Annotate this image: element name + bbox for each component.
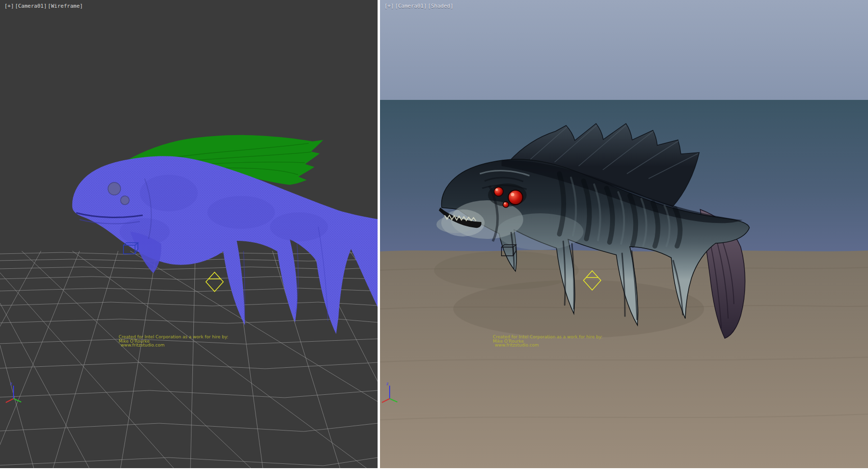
axis-z-label: z: [386, 381, 389, 386]
svg-text:www.fritzstudio.com: www.fritzstudio.com: [495, 343, 539, 347]
viewport-general-menu[interactable]: [+]: [384, 3, 394, 9]
eye-small: [503, 202, 509, 208]
svg-text:www.fritzstudio.com: www.fritzstudio.com: [121, 343, 164, 347]
viewport-label-wireframe: [+][Camera01][Wireframe]: [4, 3, 84, 9]
viewport-label-shaded: [+][Camera01][Shaded]: [384, 3, 454, 9]
app-window: Created for Intel Corporation as a work …: [0, 0, 868, 472]
viewport-pov-menu[interactable]: [Camera01]: [15, 3, 47, 9]
sky: [380, 0, 868, 101]
eye-large: [508, 190, 523, 205]
eye-medium: [494, 187, 503, 196]
viewport-wireframe[interactable]: Created for Intel Corporation as a work …: [0, 0, 378, 468]
viewport-shading-menu[interactable]: [Wireframe]: [48, 3, 83, 9]
viewport-shaded[interactable]: Created for Intel Corporation as a work …: [380, 0, 868, 468]
viewport-shading-menu[interactable]: [Shaded]: [428, 3, 453, 9]
viewport-general-menu[interactable]: [+]: [4, 3, 14, 9]
viewport-pov-menu[interactable]: [Camera01]: [395, 3, 427, 9]
axis-z-label: z: [10, 381, 13, 386]
